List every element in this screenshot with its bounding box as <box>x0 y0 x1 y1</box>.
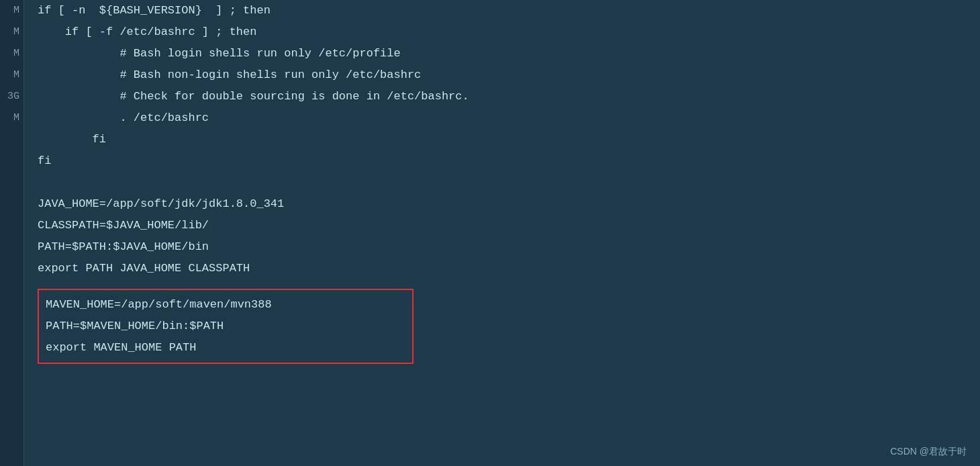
line-num-5: 3G <box>0 86 23 107</box>
code-line-8: JAVA_HOME=/app/soft/jdk/jdk1.8.0_341 <box>38 193 967 215</box>
code-line-1: if [ -f /etc/bashrc ] ; then <box>38 21 967 43</box>
code-line-6: fi <box>38 129 967 150</box>
code-line-blank <box>38 172 967 193</box>
code-line-top: if [ -n ${BASH_VERSION} ] ; then <box>38 0 967 21</box>
code-line-3: # Bash non-login shells run only /etc/ba… <box>38 64 967 86</box>
code-line-7: fi <box>38 150 967 172</box>
code-line-5: . /etc/bashrc <box>38 107 967 129</box>
code-line-11: export PATH JAVA_HOME CLASSPATH <box>38 258 967 279</box>
line-numbers: M M M M 3G M <box>0 0 24 466</box>
code-line-2: # Bash login shells run only /etc/profil… <box>38 43 967 64</box>
highlighted-line-1: MAVEN_HOME=/app/soft/maven/mvn388 <box>46 294 405 316</box>
line-num-3: M <box>0 43 23 64</box>
line-num-6: M <box>0 107 23 129</box>
line-num-2: M <box>0 21 23 43</box>
highlighted-line-2: PATH=$MAVEN_HOME/bin:$PATH <box>46 316 405 337</box>
highlighted-line-3: export MAVEN_HOME PATH <box>46 337 405 359</box>
code-area: if [ -n ${BASH_VERSION} ] ; then if [ -f… <box>24 0 980 466</box>
code-line-4: # Check for double sourcing is done in /… <box>38 86 967 107</box>
line-num-4: M <box>0 64 23 86</box>
main-container: M M M M 3G M if [ -n ${BASH_VERSION} ] ;… <box>0 0 980 466</box>
highlighted-block: MAVEN_HOME=/app/soft/maven/mvn388 PATH=$… <box>38 289 413 364</box>
code-line-10: PATH=$PATH:$JAVA_HOME/bin <box>38 236 967 258</box>
highlighted-section: MAVEN_HOME=/app/soft/maven/mvn388 PATH=$… <box>38 285 967 368</box>
line-num-1: M <box>0 0 23 21</box>
watermark: CSDN @君故于时 <box>890 446 967 458</box>
code-line-9: CLASSPATH=$JAVA_HOME/lib/ <box>38 215 967 236</box>
